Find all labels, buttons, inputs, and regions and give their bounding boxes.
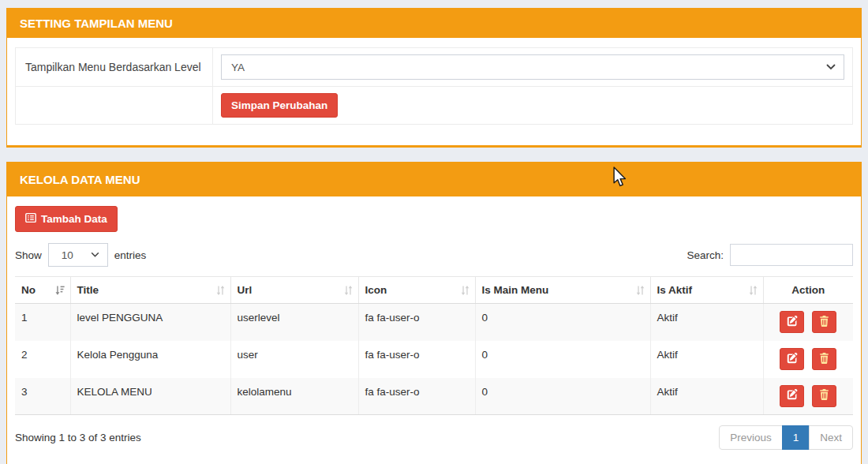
- setting-panel-body: Tampilkan Menu Berdasarkan Level YA Simp…: [7, 38, 861, 145]
- entries-count-value: 10: [62, 249, 73, 261]
- cell-no: 2: [15, 341, 70, 378]
- empty-label-cell: [16, 87, 213, 124]
- trash-icon: [819, 389, 829, 402]
- cell-action: [763, 378, 853, 415]
- search-input[interactable]: [730, 244, 853, 266]
- setting-tampilan-panel: SETTING TAMPILAN MENU Tampilkan Menu Ber…: [6, 8, 862, 148]
- column-header-title[interactable]: Title: [70, 277, 230, 304]
- sort-both-arrows-icon: [636, 285, 645, 295]
- cell-action: [763, 341, 853, 378]
- kelola-data-menu-panel: KELOLA DATA MENU Tambah Data Show 10: [6, 162, 862, 464]
- column-header-url[interactable]: Url: [230, 277, 358, 304]
- level-select-value: YA: [231, 62, 245, 73]
- sort-both-arrows-icon: [216, 285, 225, 295]
- pagination: Previous 1 Next: [719, 425, 853, 450]
- table-row: 2 Kelola Pengguna user fa fa-user-o 0 Ak…: [15, 341, 853, 378]
- pagination-page-1-button[interactable]: 1: [782, 425, 810, 450]
- panel-title: KELOLA DATA MENU: [7, 163, 861, 196]
- form-row-level: Tampilkan Menu Berdasarkan Level YA: [16, 48, 852, 86]
- cell-is-main-menu: 0: [475, 378, 650, 415]
- entries-length-control: Show 10 entries: [15, 243, 146, 267]
- cell-is-aktif: Aktif: [650, 378, 763, 415]
- cell-action: [763, 304, 853, 341]
- column-header-action: Action: [763, 277, 853, 304]
- cell-is-main-menu: 0: [475, 304, 650, 341]
- edit-button[interactable]: [780, 311, 804, 333]
- level-select-label: Tampilkan Menu Berdasarkan Level: [16, 48, 213, 86]
- add-data-button[interactable]: Tambah Data: [15, 206, 118, 232]
- table-row: 3 KELOLA MENU kelolamenu fa fa-user-o 0 …: [15, 378, 853, 415]
- cell-url: kelolamenu: [230, 378, 358, 415]
- cell-icon: fa fa-user-o: [358, 341, 475, 378]
- column-header-no[interactable]: No: [15, 277, 70, 304]
- delete-button[interactable]: [812, 385, 836, 407]
- edit-button[interactable]: [780, 348, 804, 370]
- cell-is-aktif: Aktif: [650, 341, 763, 378]
- trash-icon: [819, 353, 829, 366]
- table-header-row: No Title: [15, 277, 853, 304]
- table-footer: Showing 1 to 3 of 3 entries Previous 1 N…: [15, 425, 853, 450]
- kelola-panel-body: Tambah Data Show 10 entries Search:: [7, 196, 861, 464]
- cell-no: 1: [15, 304, 70, 341]
- column-header-is-main-menu[interactable]: Is Main Menu: [475, 277, 650, 304]
- cell-url: user: [230, 341, 358, 378]
- edit-pencil-square-icon: [787, 389, 798, 402]
- chevron-down-icon: [91, 253, 99, 258]
- cell-icon: fa fa-user-o: [358, 378, 475, 415]
- panel-title: SETTING TAMPILAN MENU: [7, 9, 861, 38]
- delete-button[interactable]: [812, 348, 836, 370]
- cell-is-aktif: Aktif: [650, 304, 763, 341]
- cell-icon: fa fa-user-o: [358, 304, 475, 341]
- menu-data-table: No Title: [15, 276, 853, 415]
- cell-title: KELOLA MENU: [70, 378, 230, 415]
- table-row: 1 level PENGGUNA userlevel fa fa-user-o …: [15, 304, 853, 341]
- trash-icon: [819, 316, 829, 329]
- sort-both-arrows-icon: [461, 285, 470, 295]
- edit-pencil-square-icon: [787, 353, 798, 366]
- delete-button[interactable]: [812, 311, 836, 333]
- pagination-next-button[interactable]: Next: [809, 425, 853, 450]
- sort-amount-asc-icon: [54, 285, 65, 295]
- sort-both-arrows-icon: [344, 285, 353, 295]
- cell-title: Kelola Pengguna: [70, 341, 230, 378]
- add-data-label: Tambah Data: [41, 213, 107, 225]
- table-controls: Show 10 entries Search:: [15, 243, 853, 267]
- column-header-is-aktif[interactable]: Is Aktif: [650, 277, 763, 304]
- entries-info-text: Showing 1 to 3 of 3 entries: [15, 432, 141, 443]
- list-alt-icon: [25, 212, 36, 226]
- edit-pencil-square-icon: [787, 316, 798, 329]
- cell-no: 3: [15, 378, 70, 415]
- show-label: Show: [15, 249, 42, 261]
- search-control: Search:: [687, 244, 853, 266]
- sort-both-arrows-icon: [749, 285, 758, 295]
- entries-count-select[interactable]: 10: [48, 243, 108, 267]
- form-row-submit: Simpan Perubahan: [16, 86, 852, 124]
- pagination-previous-button[interactable]: Previous: [719, 425, 783, 450]
- cell-url: userlevel: [230, 304, 358, 341]
- cell-title: level PENGGUNA: [70, 304, 230, 341]
- level-select[interactable]: YA: [221, 54, 844, 80]
- save-changes-button[interactable]: Simpan Perubahan: [221, 93, 338, 118]
- chevron-down-icon: [826, 64, 836, 70]
- setting-form: Tampilkan Menu Berdasarkan Level YA Simp…: [15, 47, 853, 125]
- edit-button[interactable]: [780, 385, 804, 407]
- search-label: Search:: [687, 249, 724, 261]
- column-header-icon[interactable]: Icon: [358, 277, 475, 304]
- cell-is-main-menu: 0: [475, 341, 650, 378]
- entries-label: entries: [114, 249, 147, 261]
